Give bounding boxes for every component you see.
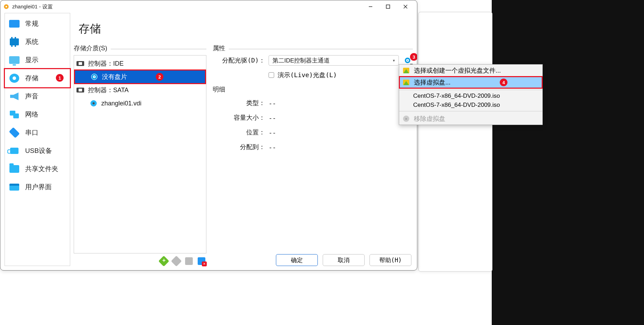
live-cd-checkbox[interactable] <box>269 72 274 78</box>
hdd-small-icon <box>89 99 98 107</box>
page-title: 存储 <box>74 13 413 44</box>
storage-toolbar <box>74 253 206 266</box>
menu-item-label: 选择或创建一个虚拟光盘文件... <box>414 66 501 75</box>
chevron-down-icon: ▾ <box>393 58 395 63</box>
menu-remove-virtual-disk: × 移除虚拟盘 <box>399 113 542 125</box>
detail-value: -- <box>269 129 413 136</box>
detail-location-row: 位置： -- <box>213 127 413 138</box>
tree-row-label: 没有盘片 <box>102 73 127 81</box>
vdi-row[interactable]: zhanglei01.vdi <box>74 97 206 110</box>
controller-sata-row[interactable]: 控制器：SATA <box>74 83 206 97</box>
menu-item-label: 选择虚拟盘... <box>414 78 451 87</box>
sidebar-item-shared-folders[interactable]: 共享文件夹 <box>5 160 70 178</box>
sidebar-item-label: 串口 <box>25 128 38 137</box>
sidebar-item-usb[interactable]: USB设备 <box>5 142 70 160</box>
sidebar-item-label: 共享文件夹 <box>25 164 58 173</box>
close-button[interactable] <box>397 1 414 13</box>
optical-empty-row[interactable]: 没有盘片 2 <box>75 70 205 83</box>
tree-row-label: 控制器：IDE <box>88 59 124 68</box>
live-cd-label: 演示(Live)光盘(L) <box>278 71 337 79</box>
storage-left-column: 存储介质(S) 控制器：IDE 没有盘片 2 <box>74 44 206 266</box>
sidebar-item-label: 存储 <box>25 74 38 83</box>
detail-value: -- <box>269 99 413 107</box>
ok-button[interactable]: 确定 <box>276 254 318 266</box>
window-title: zhanglei01 - 设置 <box>12 3 53 10</box>
chip-icon <box>8 37 20 47</box>
storage-tree[interactable]: 控制器：IDE 没有盘片 2 控制器：SATA <box>74 55 206 253</box>
tree-row-label: zhanglei01.vdi <box>101 100 141 107</box>
detail-value: -- <box>269 143 413 151</box>
details-section-label: 明细 <box>213 85 413 94</box>
add-attachment-button[interactable] <box>184 256 194 266</box>
dialog-footer-buttons: 确定 取消 帮助(H) <box>276 254 411 266</box>
sidebar-item-display[interactable]: 显示 <box>5 51 70 69</box>
menu-recent-iso-2[interactable]: CentOS-7-x86_64-DVD-2009.iso <box>399 101 542 110</box>
settings-window: zhanglei01 - 设置 常规 系统 显示 存储 1 <box>0 0 417 271</box>
sidebar-item-user-interface[interactable]: 用户界面 <box>5 178 70 196</box>
menu-recent-iso-1[interactable]: CentOS-7-x86_64-DVD-2009.iso <box>399 91 542 101</box>
detail-value: -- <box>269 114 413 121</box>
annotation-marker-3: 3 <box>410 53 417 61</box>
folder-up-icon <box>403 79 410 86</box>
sidebar-item-storage[interactable]: 存储 1 <box>5 69 70 87</box>
sidebar-item-system[interactable]: 系统 <box>5 33 70 51</box>
settings-content: 存储 存储介质(S) 控制器：IDE 没有盘片 <box>74 13 413 266</box>
detail-type-row: 类型： -- <box>213 98 413 108</box>
menu-separator <box>399 90 542 90</box>
network-icon <box>8 109 20 120</box>
sidebar-item-general[interactable]: 常规 <box>5 15 70 33</box>
attributes-label: 属性 <box>213 44 413 54</box>
sidebar-item-label: USB设备 <box>25 146 52 155</box>
detail-label: 类型： <box>213 99 265 107</box>
sidebar-item-label: 用户界面 <box>25 183 52 192</box>
display-icon <box>8 55 20 65</box>
folder-up-icon <box>403 67 410 74</box>
controller-icon <box>76 86 85 94</box>
svg-point-1 <box>6 6 7 8</box>
annotation-marker-2: 2 <box>156 73 163 81</box>
ui-icon <box>8 182 20 192</box>
app-gear-icon <box>3 3 9 10</box>
speaker-icon <box>8 91 20 102</box>
serial-icon <box>8 127 20 138</box>
help-button[interactable]: 帮助(H) <box>369 254 411 266</box>
add-controller-button[interactable] <box>159 256 169 266</box>
tree-row-label: 控制器：SATA <box>88 86 129 94</box>
storage-right-column: 属性 分配光驱(D)： 第二IDE控制器主通道 ▾ 3 <box>213 44 413 266</box>
menu-create-virtual-disk[interactable]: 选择或创建一个虚拟光盘文件... <box>399 65 542 76</box>
storage-media-label-text: 存储介质(S) <box>74 44 107 52</box>
controller-ide-row[interactable]: 控制器：IDE <box>74 57 206 70</box>
disc-icon <box>404 57 411 64</box>
hdd-icon <box>8 73 20 83</box>
menu-separator <box>399 111 542 111</box>
remove-attachment-button[interactable] <box>197 256 206 266</box>
background-panel-behind <box>418 12 492 272</box>
background-dark-strip <box>492 0 644 325</box>
detail-attached-row: 分配到： -- <box>213 142 413 152</box>
svg-rect-3 <box>386 5 390 8</box>
attributes-label-text: 属性 <box>213 44 225 52</box>
cancel-button[interactable]: 取消 <box>323 254 365 266</box>
sidebar-item-network[interactable]: 网络 <box>5 105 70 124</box>
sidebar-item-audio[interactable]: 声音 <box>5 87 70 105</box>
remove-controller-button[interactable] <box>171 256 181 266</box>
usb-icon <box>8 146 20 156</box>
detail-label: 分配到： <box>213 143 265 151</box>
remove-icon: × <box>403 115 410 122</box>
sidebar-item-label: 网络 <box>25 110 38 119</box>
menu-choose-virtual-disk[interactable]: 选择虚拟盘... 4 <box>399 76 542 88</box>
folder-icon <box>8 164 20 174</box>
detail-size-row: 容量大小： -- <box>213 112 413 123</box>
optical-drive-value: 第二IDE控制器主通道 <box>272 57 330 65</box>
sidebar-item-label: 声音 <box>25 92 38 101</box>
sidebar-item-label: 显示 <box>25 56 38 65</box>
monitor-icon <box>8 19 20 29</box>
sidebar-item-serial[interactable]: 串口 <box>5 124 70 142</box>
detail-label: 容量大小： <box>213 113 265 122</box>
annotation-marker-4: 4 <box>500 79 507 86</box>
menu-item-label: 移除虚拟盘 <box>414 115 445 123</box>
optical-drive-select[interactable]: 第二IDE控制器主通道 ▾ <box>269 55 399 66</box>
maximize-button[interactable] <box>379 1 397 13</box>
minimize-button[interactable] <box>362 1 379 13</box>
choose-disk-menu: 选择或创建一个虚拟光盘文件... 选择虚拟盘... 4 CentOS-7-x86… <box>399 64 543 125</box>
